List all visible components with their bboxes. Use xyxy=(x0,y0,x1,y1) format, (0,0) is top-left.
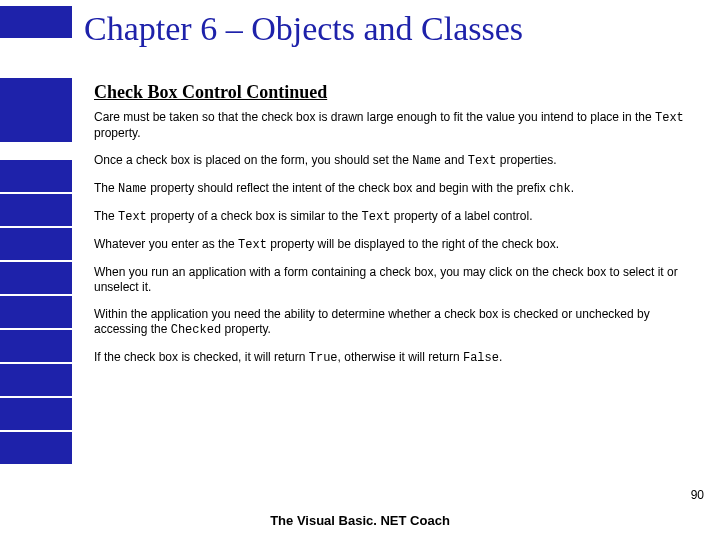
text-run: property. xyxy=(94,126,140,140)
code-text: Text xyxy=(238,238,267,252)
paragraph: When you run an application with a form … xyxy=(94,265,690,295)
text-run: When you run an application with a form … xyxy=(94,265,678,294)
text-run: . xyxy=(571,181,574,195)
code-text: True xyxy=(309,351,338,365)
blue-bar xyxy=(0,262,72,294)
text-run: Whatever you enter as the xyxy=(94,237,238,251)
footer-text: The Visual Basic. NET Coach xyxy=(0,513,720,528)
blue-bar xyxy=(0,78,72,110)
text-run: Once a check box is placed on the form, … xyxy=(94,153,412,167)
code-text: Name xyxy=(118,182,147,196)
blue-bar xyxy=(0,364,72,396)
paragraph: Care must be taken so that the check box… xyxy=(94,110,690,141)
text-run: property will be displayed to the right … xyxy=(267,237,559,251)
code-text: Checked xyxy=(171,323,221,337)
text-run: If the check box is checked, it will ret… xyxy=(94,350,309,364)
text-run: , otherwise it will return xyxy=(338,350,463,364)
code-text: Text xyxy=(362,210,391,224)
text-run: properties. xyxy=(497,153,557,167)
code-text: Text xyxy=(118,210,147,224)
blue-bar xyxy=(0,330,72,362)
text-run: The xyxy=(94,209,118,223)
code-text: False xyxy=(463,351,499,365)
blue-bar xyxy=(0,6,72,38)
code-text: Name xyxy=(412,154,441,168)
text-run: property. xyxy=(221,322,271,336)
paragraph: Once a check box is placed on the form, … xyxy=(94,153,690,169)
code-text: Text xyxy=(655,111,684,125)
paragraph: The Text property of a check box is simi… xyxy=(94,209,690,225)
blue-bar xyxy=(0,110,72,142)
text-run: property of a check box is similar to th… xyxy=(147,209,362,223)
blue-bar xyxy=(0,160,72,192)
blue-bar xyxy=(0,194,72,226)
text-run: The xyxy=(94,181,118,195)
paragraph: The Name property should reflect the int… xyxy=(94,181,690,197)
text-run: property of a label control. xyxy=(390,209,532,223)
blue-bar xyxy=(0,398,72,430)
text-run: property should reflect the intent of th… xyxy=(147,181,549,195)
text-run: Care must be taken so that the check box… xyxy=(94,110,655,124)
paragraph: Within the application you need the abil… xyxy=(94,307,690,338)
slide: Chapter 6 – Objects and Classes Check Bo… xyxy=(0,0,720,540)
text-run: . xyxy=(499,350,502,364)
paragraph: If the check box is checked, it will ret… xyxy=(94,350,690,366)
chapter-title: Chapter 6 – Objects and Classes xyxy=(84,10,523,48)
text-run: and xyxy=(441,153,468,167)
blue-bar xyxy=(0,228,72,260)
page-number: 90 xyxy=(691,488,704,502)
code-text: chk xyxy=(549,182,571,196)
blue-bar xyxy=(0,432,72,464)
section-title: Check Box Control Continued xyxy=(94,82,327,103)
blue-bar xyxy=(0,296,72,328)
paragraph: Whatever you enter as the Text property … xyxy=(94,237,690,253)
body-text: Care must be taken so that the check box… xyxy=(94,110,690,378)
code-text: Text xyxy=(468,154,497,168)
